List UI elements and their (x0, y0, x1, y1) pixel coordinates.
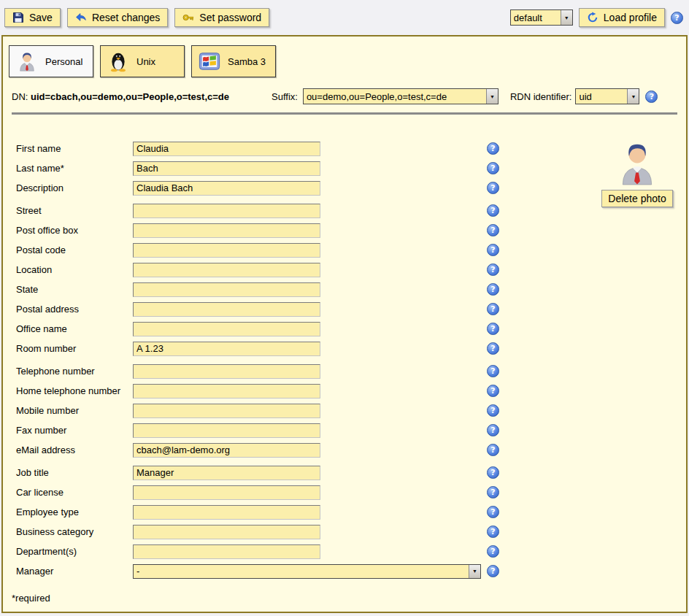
help-icon[interactable]: ? (487, 162, 499, 174)
manager-select[interactable]: -▼ (133, 564, 481, 579)
help-icon[interactable]: ? (487, 525, 499, 538)
help-icon[interactable]: ? (487, 244, 499, 256)
help-icon[interactable]: ? (671, 12, 683, 24)
business-category-label: Business category (16, 526, 133, 537)
module-tabs: Personal Unix (3, 36, 686, 77)
delete-photo-button[interactable]: Delete photo (601, 190, 672, 207)
help-icon[interactable]: ? (487, 486, 499, 498)
dn-label: DN: (12, 91, 28, 102)
room-number-label: Room number (16, 343, 133, 354)
mobile-number-label: Mobile number (16, 405, 133, 416)
help-icon[interactable]: ? (487, 424, 499, 436)
suffix-select[interactable]: ou=demo,ou=People,o=test,c=de ▼ (303, 88, 499, 104)
save-button[interactable]: Save (4, 8, 61, 27)
help-icon[interactable]: ? (487, 323, 499, 335)
office-name-label: Office name (16, 323, 133, 334)
office-name-input[interactable] (133, 322, 320, 336)
set-password-button-label: Set password (199, 12, 261, 23)
help-icon[interactable]: ? (487, 466, 499, 479)
location-field-area (133, 263, 487, 277)
fax-number-label: Fax number (16, 425, 133, 436)
state-label: State (16, 284, 133, 295)
postal-code-input[interactable] (133, 243, 320, 258)
room-number-field-area (133, 342, 487, 356)
help-icon[interactable]: ? (487, 506, 499, 518)
business-category-field-area (133, 525, 487, 539)
last-name-input[interactable] (133, 161, 320, 176)
telephone-number-input[interactable] (133, 364, 320, 379)
key-icon (182, 12, 194, 23)
job-title-input[interactable] (133, 466, 320, 480)
profile-select-value: default (511, 10, 561, 25)
help-icon[interactable]: ? (487, 404, 499, 417)
employee-type-input[interactable] (133, 505, 320, 520)
help-icon[interactable]: ? (487, 342, 499, 355)
email-address-input[interactable] (133, 443, 320, 458)
help-icon[interactable]: ? (487, 204, 499, 217)
help-icon[interactable]: ? (487, 263, 499, 276)
mobile-number-input[interactable] (133, 404, 320, 418)
rdn-identifier-select[interactable]: uid ▼ (575, 88, 639, 104)
form-row-departments: Department(s)? (12, 542, 677, 561)
separator-line (12, 112, 677, 115)
description-field-area (133, 181, 487, 196)
business-category-input[interactable] (133, 525, 320, 539)
room-number-input[interactable] (133, 342, 320, 356)
tab-personal[interactable]: Personal (9, 45, 93, 77)
home-telephone-number-label: Home telephone number (16, 385, 133, 396)
reset-changes-button[interactable]: Reset changes (67, 8, 168, 27)
form-row-business-category: Business category? (12, 522, 677, 542)
dn-value: uid=cbach,ou=demo,ou=People,o=test,c=de (31, 91, 229, 102)
street-input[interactable] (133, 204, 320, 218)
street-label: Street (16, 205, 133, 216)
rdn-identifier-label: RDN identifier: (510, 91, 572, 102)
help-icon[interactable]: ? (487, 565, 499, 577)
office-name-field-area (133, 322, 487, 336)
tab-unix-label: Unix (136, 56, 155, 67)
postal-code-label: Postal code (16, 245, 133, 255)
first-name-field-area (133, 142, 487, 156)
post-office-box-field-area (133, 223, 487, 238)
help-icon[interactable]: ? (487, 182, 499, 194)
state-input[interactable] (133, 282, 320, 297)
form-row-email-address: eMail address? (12, 440, 677, 460)
form-row-first-name: First name? (12, 139, 677, 158)
postal-address-field-area (133, 302, 487, 317)
car-license-input[interactable] (133, 485, 320, 500)
last-name-field-area (133, 161, 487, 176)
load-profile-button[interactable]: Load profile (579, 8, 665, 27)
location-input[interactable] (133, 263, 320, 277)
help-icon[interactable]: ? (487, 142, 499, 155)
home-telephone-number-input[interactable] (133, 384, 320, 399)
postal-code-field-area (133, 243, 487, 258)
dn-row: DN: uid=cbach,ou=demo,ou=People,o=test,c… (12, 88, 677, 105)
help-icon[interactable]: ? (487, 545, 499, 558)
form-row-street: Street? (12, 201, 677, 220)
departments-input[interactable] (133, 544, 320, 559)
person-icon (16, 50, 38, 72)
description-input[interactable] (133, 181, 320, 196)
tab-samba3[interactable]: Samba 3 (191, 45, 276, 77)
load-profile-button-label: Load profile (604, 12, 657, 23)
help-icon[interactable]: ? (645, 91, 658, 103)
first-name-input[interactable] (133, 142, 320, 156)
tab-unix[interactable]: Unix (100, 45, 185, 77)
departments-label: Department(s) (16, 546, 133, 557)
fax-number-input[interactable] (133, 423, 320, 438)
post-office-box-input[interactable] (133, 223, 320, 238)
postal-address-label: Postal address (16, 304, 133, 315)
help-icon[interactable]: ? (487, 444, 499, 456)
form-row-fax-number: Fax number? (12, 420, 677, 440)
toolbar-right: default ▼ Load profile ? (510, 8, 683, 27)
help-icon[interactable]: ? (487, 303, 499, 315)
profile-select[interactable]: default ▼ (510, 9, 573, 26)
help-icon[interactable]: ? (487, 283, 499, 296)
form-row-telephone-number: Telephone number? (12, 361, 677, 381)
set-password-button[interactable]: Set password (174, 8, 269, 27)
help-icon[interactable]: ? (487, 385, 499, 397)
photo-block: Delete photo (597, 139, 677, 207)
help-icon[interactable]: ? (487, 224, 499, 236)
reload-icon (587, 12, 598, 23)
help-icon[interactable]: ? (487, 365, 499, 377)
postal-address-input[interactable] (133, 302, 320, 317)
